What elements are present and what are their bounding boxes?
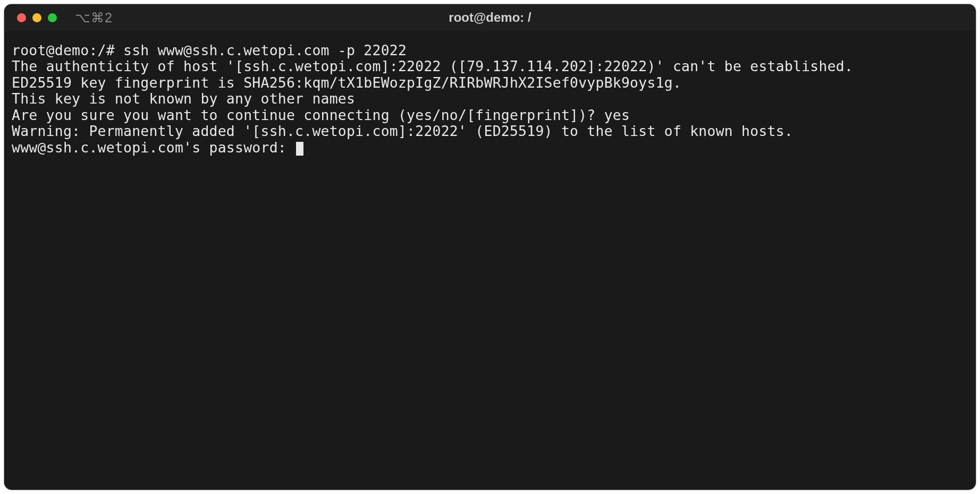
terminal-line: root@demo:/# ssh www@ssh.c.wetopi.com -p… [12,42,968,58]
titlebar-shortcut: ⌥⌘2 [75,10,113,25]
close-button[interactable] [17,13,26,22]
password-prompt: www@ssh.c.wetopi.com's password: [12,139,295,156]
terminal-line: ED25519 key fingerprint is SHA256:kqm/tX… [12,75,968,91]
terminal-line: The authenticity of host '[ssh.c.wetopi.… [12,58,968,74]
terminal-line: www@ssh.c.wetopi.com's password: [12,140,968,156]
minimize-button[interactable] [32,13,41,22]
window-title: root@demo: / [449,10,531,25]
cursor-icon [296,142,303,156]
terminal-window: ⌥⌘2 root@demo: / root@demo:/# ssh www@ss… [4,4,976,490]
terminal-line: Warning: Permanently added '[ssh.c.wetop… [12,123,968,139]
terminal-line: This key is not known by any other names [12,91,968,107]
maximize-button[interactable] [48,13,57,22]
terminal-line: Are you sure you want to continue connec… [12,107,968,123]
titlebar: ⌥⌘2 root@demo: / [4,4,976,31]
traffic-lights [4,13,57,22]
terminal-body[interactable]: root@demo:/# ssh www@ssh.c.wetopi.com -p… [4,31,976,490]
